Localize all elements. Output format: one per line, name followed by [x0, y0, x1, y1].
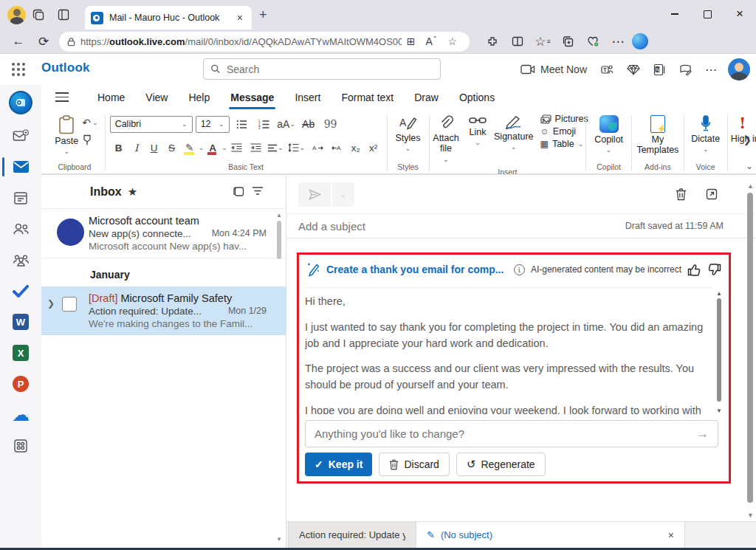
- decrease-indent-icon[interactable]: [227, 139, 247, 157]
- tab-message[interactable]: Message: [220, 87, 284, 108]
- numbered-list-icon[interactable]: 123: [255, 115, 274, 133]
- meet-now-button[interactable]: Meet Now: [515, 58, 592, 80]
- inbox-favorite-star-icon[interactable]: ★: [128, 185, 137, 199]
- body-scrollbar[interactable]: ▲▼: [715, 290, 723, 414]
- right-to-left-icon[interactable]: A: [328, 139, 347, 157]
- table-button[interactable]: ▦ Table⌄: [540, 139, 588, 149]
- close-draft-tab-icon[interactable]: ×: [668, 529, 674, 541]
- enhanced-security-icon[interactable]: ⊞: [402, 35, 421, 47]
- url-field[interactable]: https://outlook.live.com/mail/0/inbox/id…: [59, 32, 470, 52]
- underline-icon[interactable]: U: [145, 139, 163, 157]
- submit-arrow-icon[interactable]: →: [695, 426, 709, 441]
- expand-chevron-icon[interactable]: ❯: [47, 298, 55, 309]
- workspaces-icon[interactable]: [26, 4, 51, 26]
- attach-file-button[interactable]: Attach file⌄: [427, 112, 465, 166]
- search-input[interactable]: [227, 63, 433, 75]
- rail-groups-icon[interactable]: [0, 244, 41, 275]
- onenote-feed-icon[interactable]: N: [648, 58, 671, 80]
- browser-profile-avatar[interactable]: [7, 6, 26, 24]
- keep-it-button[interactable]: ✓ Keep it: [305, 453, 372, 476]
- paste-button[interactable]: Paste⌄: [51, 112, 82, 159]
- pictures-button[interactable]: Pictures: [540, 114, 588, 124]
- mail-item-draft[interactable]: ❯ [Draft] Microsoft Family Safety Action…: [41, 286, 286, 335]
- emoji-button[interactable]: ☺ Emoji: [540, 126, 588, 137]
- mail-item[interactable]: Microsoft account team New app(s) connec…: [41, 209, 286, 258]
- collections-icon[interactable]: [555, 31, 580, 52]
- quote-icon[interactable]: 99: [321, 115, 340, 133]
- copilot-refine-input[interactable]: [315, 427, 695, 440]
- account-avatar[interactable]: [728, 58, 750, 80]
- rail-excel-icon[interactable]: X: [0, 337, 41, 368]
- tab-home[interactable]: Home: [87, 87, 135, 108]
- draft-tab-action-required[interactable]: Action required: Update y...: [288, 522, 416, 548]
- rail-powerpoint-icon[interactable]: P: [0, 368, 41, 399]
- highlight-color-icon[interactable]: ✎: [181, 139, 199, 157]
- teams-icon[interactable]: [595, 58, 619, 80]
- high-importance-button[interactable]: ! High importance: [729, 112, 756, 147]
- tab-actions-icon[interactable]: [51, 4, 76, 26]
- strikethrough-icon[interactable]: S: [163, 139, 181, 157]
- favorite-star-icon[interactable]: ☆: [442, 35, 462, 47]
- tab-help[interactable]: Help: [178, 87, 220, 108]
- compose-scrollbar[interactable]: ▲▼: [746, 182, 755, 519]
- left-to-right-icon[interactable]: A: [309, 139, 328, 157]
- split-screen-icon[interactable]: [505, 31, 530, 52]
- discard-draft-icon[interactable]: [676, 188, 687, 201]
- rail-people-icon[interactable]: [0, 213, 41, 244]
- refresh-icon[interactable]: ⟳: [31, 31, 56, 52]
- copilot-button[interactable]: Copilot⌄: [591, 112, 627, 157]
- undo-button[interactable]: ↶⌄: [82, 117, 97, 128]
- font-size-select[interactable]: 12⌄: [196, 116, 230, 133]
- extensions-icon[interactable]: [480, 31, 505, 52]
- rail-onedrive-icon[interactable]: ☁: [0, 399, 41, 430]
- new-tab-button[interactable]: +: [259, 7, 267, 23]
- rail-todo-icon[interactable]: [0, 275, 41, 306]
- browser-tab[interactable]: Mail - Mauro Huc - Outlook ×: [85, 6, 252, 30]
- increase-indent-icon[interactable]: [247, 139, 266, 157]
- filter-icon[interactable]: [252, 186, 264, 196]
- search-box[interactable]: [203, 58, 441, 80]
- tab-format-text[interactable]: Format text: [331, 87, 404, 108]
- hamburger-menu-icon[interactable]: [47, 92, 77, 102]
- minimize-button[interactable]: [659, 0, 691, 28]
- subscript-icon[interactable]: x₂: [347, 139, 365, 157]
- header-more-icon[interactable]: ⋯: [700, 58, 722, 80]
- maximize-button[interactable]: [691, 0, 724, 28]
- link-button[interactable]: Link⌄: [465, 112, 490, 150]
- settings-more-icon[interactable]: ⋯: [605, 31, 630, 52]
- format-painter-icon[interactable]: [82, 134, 92, 146]
- thumbs-up-icon[interactable]: [687, 263, 701, 277]
- favorites-icon[interactable]: ☆≡: [530, 31, 555, 52]
- dictate-button[interactable]: Dictate⌄: [687, 112, 724, 157]
- rail-calendar-icon[interactable]: [0, 182, 41, 213]
- select-all-icon[interactable]: [233, 186, 244, 198]
- bold-icon[interactable]: B: [110, 139, 128, 157]
- read-aloud-icon[interactable]: A⌃: [420, 35, 442, 47]
- tab-close-icon[interactable]: ×: [234, 12, 246, 24]
- ribbon-more-icon[interactable]: ❯: [743, 134, 752, 145]
- mail-list-scrollbar[interactable]: ▲ ▼: [275, 212, 283, 546]
- back-icon[interactable]: ←: [6, 31, 31, 52]
- app-launcher-icon[interactable]: [10, 61, 27, 78]
- open-in-new-window-icon[interactable]: [706, 188, 718, 200]
- notes-icon[interactable]: [674, 58, 697, 80]
- draft-tab-no-subject[interactable]: ✎ (No subject) ×: [416, 522, 685, 548]
- font-name-select[interactable]: Calibri⌄: [110, 116, 193, 133]
- superscript-icon[interactable]: x²: [365, 139, 382, 157]
- clear-formatting-icon[interactable]: Ab: [299, 115, 318, 133]
- edge-copilot-icon[interactable]: [632, 33, 648, 49]
- tab-view[interactable]: View: [135, 87, 178, 108]
- italic-icon[interactable]: I: [128, 139, 145, 157]
- rail-more-apps-icon[interactable]: [0, 430, 41, 461]
- regenerate-button[interactable]: ↺ Regenerate: [456, 453, 546, 476]
- close-button[interactable]: ×: [724, 0, 756, 28]
- tab-insert[interactable]: Insert: [284, 87, 331, 108]
- generated-email-body[interactable]: Hi there, I just wanted to say thank you…: [305, 287, 712, 414]
- ribbon-collapse-icon[interactable]: ⌄: [746, 161, 753, 171]
- discard-button[interactable]: Discard: [379, 453, 449, 476]
- my-templates-button[interactable]: My Templates: [633, 112, 682, 159]
- line-spacing-icon[interactable]: ⌄: [285, 139, 309, 157]
- styles-button[interactable]: A Styles⌄: [392, 112, 425, 156]
- mail-checkbox[interactable]: [62, 297, 77, 312]
- align-icon[interactable]: ⌄: [266, 139, 285, 157]
